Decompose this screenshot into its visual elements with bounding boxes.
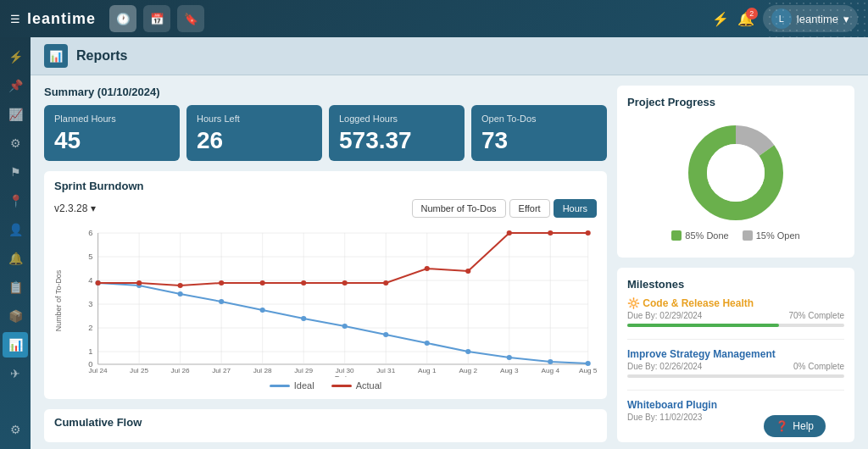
burndown-chart: 6 5 4 3 2 1 0 Number of To-Dos Jul 24 Ju… [54, 224, 597, 377]
help-button[interactable]: ❓ Help [764, 415, 826, 437]
summary-cards: Planned Hours 45 Hours Left 26 Logged Ho… [44, 105, 607, 161]
svg-point-58 [219, 280, 224, 285]
svg-text:3: 3 [88, 300, 92, 308]
notification-badge: 2 [746, 8, 758, 19]
svg-point-62 [383, 280, 388, 285]
svg-point-53 [548, 359, 553, 364]
burndown-title: Sprint Burndown [54, 180, 597, 192]
legend-ideal: Ideal [270, 380, 314, 391]
donut-chart [676, 122, 795, 224]
svg-point-64 [465, 269, 470, 274]
svg-text:Jul 31: Jul 31 [376, 367, 396, 374]
milestone-name-1[interactable]: 🔆 Code & Release Health [627, 297, 844, 309]
milestone-name-3[interactable]: Whiteboard Plugin [627, 399, 844, 411]
svg-text:Aug 4: Aug 4 [542, 367, 560, 374]
svg-point-54 [586, 361, 591, 366]
svg-point-70 [707, 144, 765, 202]
planned-value: 45 [54, 129, 170, 152]
chart-buttons: Number of To-Dos Effort Hours [412, 199, 598, 218]
svg-text:Number of To-Dos: Number of To-Dos [54, 269, 63, 331]
burndown-svg: 6 5 4 3 2 1 0 Number of To-Dos Jul 24 Ju… [54, 224, 597, 377]
sidebar-item-map[interactable]: 📍 [3, 188, 28, 213]
nav-bookmark-btn[interactable]: 🔖 [177, 5, 204, 32]
svg-text:Jul 25: Jul 25 [130, 367, 149, 374]
menu-icon[interactable]: ☰ [10, 13, 20, 25]
milestone-name-2[interactable]: Improve Strategy Management [627, 348, 844, 360]
svg-point-66 [548, 230, 553, 236]
donut-container: 85% Done 15% Open [627, 115, 844, 247]
milestone-item-2: Improve Strategy Management Due By: 02/2… [627, 348, 844, 391]
sidebar-item-settings[interactable]: ⚙ [3, 130, 28, 156]
milestone-due-2: Due By: 02/26/2024 [627, 362, 702, 371]
sidebar-item-tasks[interactable]: 📋 [3, 274, 28, 300]
svg-text:Jul 28: Jul 28 [253, 367, 273, 374]
todos-value: 73 [481, 129, 597, 152]
milestone-bar-bg-2 [627, 374, 844, 378]
svg-point-51 [465, 349, 470, 354]
svg-text:6: 6 [88, 229, 92, 237]
sidebar-item-deploy[interactable]: ✈ [3, 361, 28, 386]
svg-text:Jul 30: Jul 30 [336, 367, 355, 374]
left-value: 26 [197, 129, 312, 152]
cumflow-title: Cumulative Flow [54, 416, 597, 429]
summary-section: Summary (01/10/2024) Planned Hours 45 Ho… [44, 86, 607, 161]
main-layout: ⚡ 📌 📈 ⚙ ⚑ 📍 👤 🔔 📋 📦 📊 ✈ ⚙ 📊 Reports [0, 37, 868, 449]
nav-calendar-btn[interactable]: 📅 [143, 5, 170, 32]
user-chevron: ▾ [843, 13, 849, 25]
sidebar: ⚡ 📌 📈 ⚙ ⚑ 📍 👤 🔔 📋 📦 📊 ✈ ⚙ [0, 37, 31, 449]
svg-point-46 [260, 308, 265, 313]
sidebar-item-goals[interactable]: ⚑ [3, 159, 28, 185]
svg-text:Jul 26: Jul 26 [171, 367, 191, 374]
milestone-meta-1: Due By: 02/29/2024 70% Complete [627, 311, 844, 320]
chart-btn-effort[interactable]: Effort [509, 199, 550, 218]
lightning-btn[interactable]: ⚡ [712, 11, 729, 27]
sidebar-item-bell[interactable]: 🔔 [3, 246, 28, 271]
todos-label: Open To-Dos [481, 114, 597, 124]
sidebar-item-pin[interactable]: 📌 [3, 73, 28, 98]
page-header: 📊 Reports [31, 37, 868, 75]
version-select[interactable]: v2.3.28 ▾ [54, 202, 96, 214]
content-body: Summary (01/10/2024) Planned Hours 45 Ho… [31, 75, 868, 449]
svg-text:Jul 29: Jul 29 [294, 367, 314, 374]
stat-card-todos: Open To-Dos 73 [471, 105, 607, 161]
stat-card-planned: Planned Hours 45 [44, 105, 180, 161]
svg-text:Aug 1: Aug 1 [418, 367, 437, 374]
milestone-meta-2: Due By: 02/26/2024 0% Complete [627, 362, 844, 371]
actual-label: Actual [356, 380, 382, 391]
notifications-btn[interactable]: 🔔 2 [737, 11, 754, 27]
app-logo[interactable]: leantime [27, 10, 96, 28]
left-label: Hours Left [197, 114, 312, 124]
help-icon: ❓ [776, 420, 788, 432]
sidebar-item-chart[interactable]: 📈 [3, 102, 28, 127]
svg-point-60 [301, 280, 306, 285]
milestone-icon-1: 🔆 [627, 297, 643, 309]
milestone-due-1: Due By: 02/29/2024 [627, 311, 702, 320]
sidebar-item-gear[interactable]: ⚙ [3, 417, 28, 442]
chart-btn-hours[interactable]: Hours [554, 199, 597, 218]
done-legend: 85% Done [671, 230, 728, 241]
help-label: Help [793, 420, 814, 432]
svg-point-59 [260, 280, 265, 285]
sidebar-item-box[interactable]: 📦 [3, 303, 28, 329]
svg-text:5: 5 [88, 252, 92, 261]
sidebar-item-dashboard[interactable]: ⚡ [3, 44, 28, 69]
chart-btn-todos[interactable]: Number of To-Dos [412, 199, 506, 218]
svg-point-55 [96, 280, 101, 285]
logged-label: Logged Hours [339, 114, 454, 124]
user-menu[interactable]: L leantime ▾ [763, 5, 858, 32]
summary-title: Summary (01/10/2024) [44, 86, 607, 98]
nav-clock-btn[interactable]: 🕐 [109, 5, 136, 32]
open-legend: 15% Open [743, 230, 800, 241]
svg-point-63 [425, 266, 430, 271]
done-label: 85% Done [685, 230, 728, 241]
actual-color [331, 385, 352, 387]
sidebar-item-users[interactable]: 👤 [3, 217, 28, 242]
burndown-header: v2.3.28 ▾ Number of To-Dos Effort Hours [54, 199, 597, 218]
legend-actual: Actual [331, 380, 382, 391]
logged-value: 573.37 [339, 129, 454, 152]
progress-title: Project Progress [627, 96, 844, 108]
svg-point-47 [301, 316, 306, 321]
sidebar-item-reports[interactable]: 📊 [3, 332, 28, 358]
stat-card-left: Hours Left 26 [186, 105, 322, 161]
milestone-progress-2: 0% Complete [793, 362, 844, 371]
